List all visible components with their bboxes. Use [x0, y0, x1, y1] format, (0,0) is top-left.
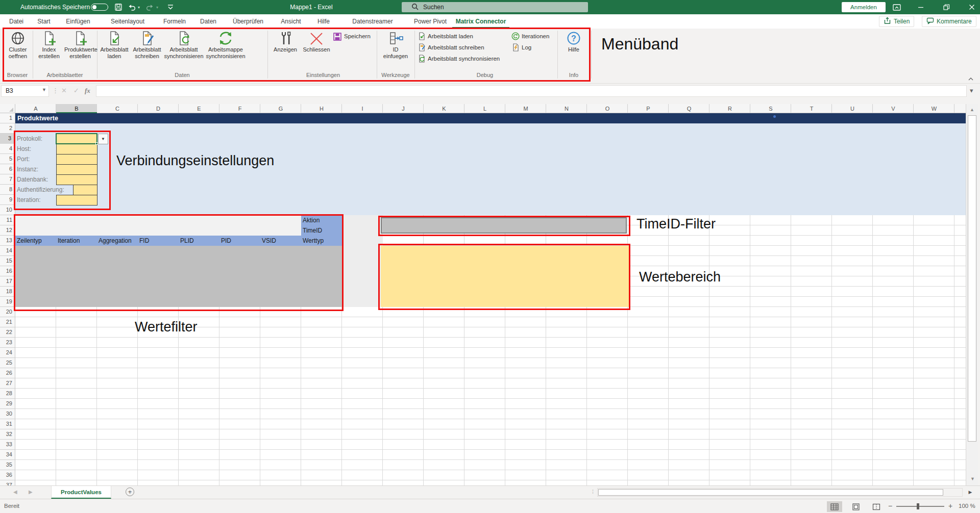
row-header-29[interactable]: 29: [0, 399, 15, 409]
column-header-O[interactable]: O: [587, 104, 628, 113]
column-header-I[interactable]: I: [342, 104, 383, 113]
close-icon[interactable]: [968, 3, 976, 13]
fx-icon[interactable]: fx: [85, 87, 90, 95]
collapse-ribbon-icon[interactable]: [968, 74, 974, 84]
menu-tab-matrix-connector[interactable]: Matrix Connector: [452, 14, 509, 29]
row-header-14[interactable]: 14: [0, 246, 15, 256]
row-header-16[interactable]: 16: [0, 266, 15, 276]
arbeitsblatt-laden-button[interactable]: Arbeitsblatt laden: [418, 32, 473, 41]
anzeigen-button[interactable]: Anzeigen: [271, 30, 300, 73]
qat-customize-icon[interactable]: [166, 3, 175, 13]
value-filter-area[interactable]: [15, 246, 342, 307]
row-header-3[interactable]: 3: [0, 134, 15, 144]
formula-input[interactable]: [96, 85, 967, 97]
cluster-oeffnen-button[interactable]: Clusteroeffnen: [4, 30, 32, 73]
column-header-C[interactable]: C: [97, 104, 138, 113]
filter-top-rows[interactable]: [15, 215, 301, 236]
row-header-2[interactable]: 2: [0, 123, 15, 134]
input-cell-b4[interactable]: [56, 144, 97, 155]
row-header-36[interactable]: 36: [0, 470, 15, 480]
undo-dropdown-icon[interactable]: ▾: [138, 5, 140, 10]
column-header-U[interactable]: U: [832, 104, 873, 113]
scroll-right-icon[interactable]: ▶: [965, 488, 976, 497]
scroll-up-icon[interactable]: ▲: [966, 107, 978, 112]
row-header-19[interactable]: 19: [0, 297, 15, 307]
row-header-15[interactable]: 15: [0, 256, 15, 266]
column-header-G[interactable]: G: [260, 104, 301, 113]
column-header-L[interactable]: L: [464, 104, 505, 113]
filter-header-pid[interactable]: PID: [219, 236, 231, 246]
row-header-5[interactable]: 5: [0, 154, 15, 164]
zoom-in-icon[interactable]: +: [948, 502, 952, 510]
row-header-17[interactable]: 17: [0, 276, 15, 287]
sheet-prev-icon[interactable]: ◀: [13, 489, 17, 495]
select-all-corner[interactable]: [0, 104, 15, 113]
column-header-R[interactable]: R: [709, 104, 750, 113]
new-sheet-icon[interactable]: +: [126, 488, 134, 496]
arbeitsblatt-synchronisieren-button[interactable]: Arbeitsblatt synchronisieren: [418, 54, 500, 63]
menu-tab-hilfe[interactable]: Hilfe: [311, 14, 336, 29]
column-header-Q[interactable]: Q: [669, 104, 709, 113]
search-input[interactable]: Suchen: [402, 2, 588, 12]
row-header-24[interactable]: 24: [0, 348, 15, 358]
iterationen-button[interactable]: Iterationen: [511, 32, 549, 41]
grip-icon[interactable]: ⋮: [52, 87, 59, 94]
scroll-down-icon[interactable]: ▼: [970, 476, 975, 481]
menu-tab-datei[interactable]: Datei: [4, 14, 29, 29]
normal-view-icon[interactable]: [827, 501, 842, 512]
row-header-31[interactable]: 31: [0, 419, 15, 429]
restore-icon[interactable]: [942, 3, 950, 13]
input-cell-b6[interactable]: [56, 164, 97, 175]
sign-in-button[interactable]: Anmelden: [842, 2, 886, 12]
cell-dropdown-icon[interactable]: ▼: [98, 134, 108, 144]
share-button[interactable]: Teilen: [879, 16, 914, 27]
row-header-18[interactable]: 18: [0, 287, 15, 297]
filter-header-fid[interactable]: FID: [138, 236, 149, 246]
column-header-E[interactable]: E: [179, 104, 219, 113]
row-header-34[interactable]: 34: [0, 450, 15, 460]
menu-tab-datenstreamer[interactable]: Datenstreamer: [340, 14, 405, 29]
input-cell-b8[interactable]: [73, 185, 97, 195]
schliessen-button[interactable]: Schliessen: [300, 30, 333, 73]
row-header-1[interactable]: 1: [0, 113, 15, 123]
row-header-27[interactable]: 27: [0, 378, 15, 389]
redo-dropdown-icon[interactable]: ▾: [156, 5, 158, 10]
arbeitsmappe-synchronisieren-button[interactable]: Arbeitsmappesynchronisieren: [204, 30, 247, 73]
column-header-D[interactable]: D: [138, 104, 179, 113]
arbeitsblatt-schreiben-button[interactable]: Arbeitsblatt schreiben: [418, 43, 484, 52]
timeid-filter-area[interactable]: [381, 217, 627, 234]
row-header-12[interactable]: 12: [0, 225, 15, 236]
column-header-F[interactable]: F: [219, 104, 260, 113]
row-header-33[interactable]: 33: [0, 440, 15, 450]
column-header-K[interactable]: K: [424, 104, 464, 113]
column-header-W[interactable]: W: [914, 104, 954, 113]
vertical-scrollbar[interactable]: ▲ ▼: [966, 104, 978, 485]
menu-tab-formeln[interactable]: Formeln: [158, 14, 191, 29]
row-header-20[interactable]: 20: [0, 307, 15, 317]
row-header-32[interactable]: 32: [0, 429, 15, 440]
redo-icon[interactable]: [146, 3, 154, 13]
filter-header-vsid[interactable]: VSID: [260, 236, 276, 246]
column-header-N[interactable]: N: [546, 104, 587, 113]
id-einfuegen-button[interactable]: IDeinfuegen: [380, 30, 411, 73]
row-header-9[interactable]: 9: [0, 195, 15, 205]
corner-cell-timeid[interactable]: TimeID: [301, 225, 342, 236]
name-box[interactable]: B3▼: [1, 85, 49, 97]
selected-cell-B3[interactable]: [56, 133, 97, 144]
row-header-30[interactable]: 30: [0, 409, 15, 419]
comments-button[interactable]: Kommentare: [922, 16, 976, 27]
row-header-28[interactable]: 28: [0, 389, 15, 399]
menu-tab-seitenlayout[interactable]: Seitenlayout: [101, 14, 154, 29]
autosave-toggle[interactable]: [91, 4, 108, 11]
banner-cell[interactable]: Produktwerte: [15, 113, 966, 123]
input-cell-b5[interactable]: [56, 154, 97, 165]
zoom-level[interactable]: 100 %: [959, 503, 975, 509]
arbeitsblatt-schreiben-button[interactable]: Arbeitsblattschreiben: [131, 30, 163, 73]
hilfe-button[interactable]: ?Hilfe: [559, 30, 588, 73]
row-header-35[interactable]: 35: [0, 460, 15, 470]
filter-header-plid[interactable]: PLID: [179, 236, 194, 246]
minimize-icon[interactable]: [917, 3, 925, 13]
corner-cell-aktion[interactable]: Aktion: [301, 215, 342, 225]
undo-icon[interactable]: [128, 3, 136, 13]
menu-tab-ansicht[interactable]: Ansicht: [275, 14, 307, 29]
